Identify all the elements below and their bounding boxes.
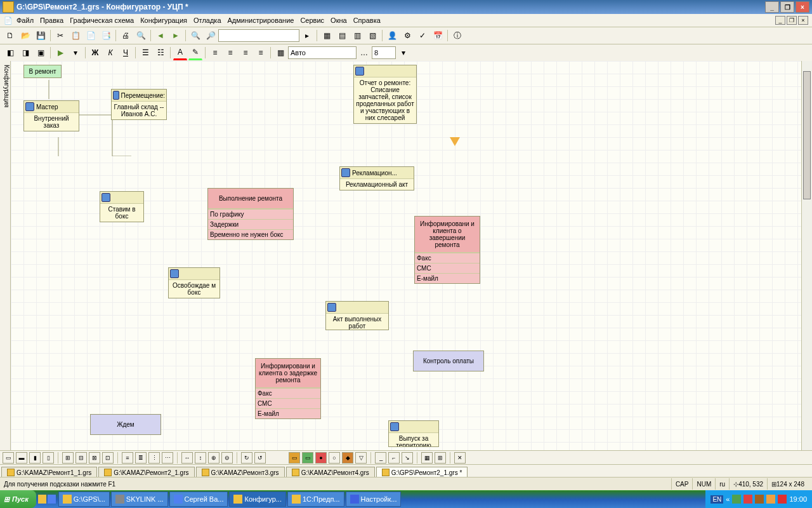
align-right-icon[interactable]: ≡	[239, 46, 252, 60]
tb2-icon-3[interactable]: ▣	[34, 46, 48, 60]
sidebar-panel[interactable]: Конфигурация	[0, 61, 11, 461]
bt-icon[interactable]: ⊞	[435, 452, 446, 464]
bt-icon[interactable]: ⊡	[102, 452, 114, 464]
tb2-icon-1[interactable]: ◧	[3, 46, 17, 60]
go-icon[interactable]: ▸	[300, 29, 314, 43]
tray-icon[interactable]	[755, 495, 764, 504]
address-input[interactable]	[218, 29, 299, 42]
doc-tab[interactable]: G:\KAMAZ\Ремонт1_1.grs	[1, 467, 97, 478]
menu-service[interactable]: Сервис	[300, 17, 324, 24]
bt-icon[interactable]: ▦	[421, 452, 433, 464]
new-icon[interactable]: 🗋	[3, 29, 17, 43]
bt-icon[interactable]: ✕	[454, 452, 466, 464]
tb-icon-1[interactable]: ▦	[320, 29, 334, 43]
node-inform-done[interactable]: Информировани и клиента о завершении рем…	[414, 216, 480, 284]
bt-shape-icon[interactable]: ○	[329, 452, 340, 464]
bt-icon[interactable]: ≡	[122, 452, 133, 464]
doc-tab[interactable]: G:\KAMAZ\Ремонт4.grs	[286, 467, 375, 478]
bt-icon[interactable]: ⊕	[208, 452, 219, 464]
bt-icon[interactable]: ⊠	[89, 452, 100, 464]
menu-file[interactable]: Файл	[16, 17, 34, 24]
taskbar-item-active[interactable]: Конфигур...	[229, 491, 285, 507]
tb-icon-8[interactable]: 📅	[431, 29, 445, 43]
tb2-icon-6[interactable]: ▦	[273, 46, 287, 60]
taskbar-item[interactable]: SKYLINK ...	[111, 491, 168, 507]
align-left-icon[interactable]: ≡	[208, 46, 222, 60]
bt-icon[interactable]: ↺	[254, 452, 266, 464]
bt-icon[interactable]: ↘	[402, 452, 413, 464]
tray-icon[interactable]	[743, 495, 752, 504]
font-size-input[interactable]	[372, 46, 396, 59]
tb2-icon-2[interactable]: ◨	[18, 46, 32, 60]
undo-icon[interactable]: ◄	[154, 29, 167, 43]
tb-icon-3[interactable]: ▥	[350, 29, 364, 43]
node-inform-delay-row-0[interactable]: Факс	[256, 388, 320, 398]
redo-icon[interactable]: ►	[169, 29, 183, 43]
vertical-scrollbar[interactable]	[801, 61, 812, 451]
paste2-icon[interactable]: 📑	[99, 29, 113, 43]
node-move[interactable]: Перемещение: Главный склад -- Иванов А.С…	[111, 89, 167, 120]
doc-tab-active[interactable]: G:\GPS\Ремонт2_1.grs *	[376, 467, 468, 478]
tb-icon-2[interactable]: ▤	[335, 29, 349, 43]
taskbar-item[interactable]: Сергей Ва...	[169, 491, 228, 507]
node-release[interactable]: Выпуск за территорию	[388, 420, 439, 447]
restore-button[interactable]: ❐	[780, 1, 794, 13]
node-inform-delay-row-1[interactable]: СМС	[256, 398, 320, 408]
bold-icon[interactable]: Ж	[88, 46, 102, 60]
print-icon[interactable]: 🖨	[119, 29, 133, 43]
menu-edit[interactable]: Правка	[40, 17, 63, 24]
start-button[interactable]: ⊞Пуск	[0, 490, 36, 508]
menu-debug[interactable]: Отладка	[193, 17, 221, 24]
node-inform-done-row-0[interactable]: Факс	[415, 253, 480, 263]
node-repair-row-2[interactable]: Временно не нужен бокс	[208, 229, 293, 239]
tray-clock[interactable]: 19:00	[789, 495, 807, 503]
node-repair-row-0[interactable]: По графику	[208, 209, 293, 219]
node-master[interactable]: Мастер Внутренний заказ	[23, 100, 79, 131]
node-inform-delay[interactable]: Информировани и клиента о задержке ремон…	[255, 358, 321, 419]
tb2-icon-4[interactable]: ☰	[138, 46, 152, 60]
tray-icon[interactable]	[732, 495, 741, 504]
find-icon[interactable]: 🔍	[188, 29, 202, 43]
taskbar-item[interactable]: Настройк...	[346, 491, 402, 507]
node-inform-delay-row-2[interactable]: Е-майл	[256, 408, 320, 418]
node-inform-done-row-1[interactable]: СМС	[415, 263, 480, 273]
tb2-icon-5[interactable]: ☷	[154, 46, 167, 60]
merge-gateway[interactable]	[450, 137, 460, 146]
tray-icon[interactable]	[778, 495, 787, 504]
close-button[interactable]: ×	[796, 1, 809, 13]
taskbar-item[interactable]: G:\GPS\...	[58, 491, 110, 507]
bt-icon[interactable]: ↔	[181, 452, 193, 464]
node-wait[interactable]: Ждем	[90, 414, 161, 435]
bt-shape-icon[interactable]: ◆	[342, 452, 353, 464]
bt-icon[interactable]: ⎯	[375, 452, 386, 464]
node-reclaim[interactable]: Рекламацион... Рекламационный акт	[339, 166, 414, 190]
tray-lang[interactable]: EN	[710, 495, 723, 504]
bt-icon[interactable]: ⌐	[388, 452, 400, 464]
help-icon[interactable]: ⓘ	[450, 29, 464, 43]
menu-admin[interactable]: Администрирование	[228, 17, 294, 24]
doc-tab[interactable]: G:\KAMAZ\Ремонт3.grs	[196, 467, 285, 478]
node-box[interactable]: Ставим в бокс	[100, 191, 144, 222]
tb-icon-4[interactable]: ▧	[365, 29, 379, 43]
play-icon[interactable]: ▶	[53, 46, 67, 60]
bt-icon[interactable]: ↻	[241, 452, 252, 464]
bt-icon[interactable]: ≣	[135, 452, 147, 464]
node-start[interactable]: В ремонт	[23, 65, 62, 78]
bt-icon[interactable]: ▭	[3, 452, 14, 464]
font-dropdown-icon[interactable]: …	[357, 46, 371, 60]
inner-restore[interactable]: ❐	[787, 16, 797, 25]
bt-icon[interactable]: ⋮	[148, 452, 160, 464]
size-dropdown-icon[interactable]: ▾	[396, 46, 410, 60]
italic-icon[interactable]: К	[103, 46, 117, 60]
inner-close[interactable]: ×	[798, 16, 808, 25]
align-center-icon[interactable]: ≡	[223, 46, 237, 60]
save-icon[interactable]: 💾	[34, 29, 48, 43]
paste-icon[interactable]: 📄	[84, 29, 98, 43]
tb-icon-5[interactable]: 👤	[385, 29, 399, 43]
menu-graphic-scheme[interactable]: Графическая схема	[70, 17, 134, 24]
tb-icon-6[interactable]: ⚙	[400, 29, 414, 43]
quicklaunch-icon[interactable]	[38, 495, 46, 504]
node-inform-done-row-2[interactable]: Е-майл	[415, 273, 480, 283]
bt-icon[interactable]: ▯	[43, 452, 54, 464]
menu-help[interactable]: Справка	[353, 17, 381, 24]
